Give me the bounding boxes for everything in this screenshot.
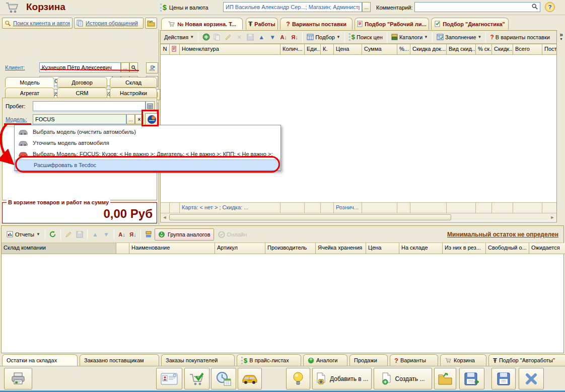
save-button[interactable] xyxy=(75,229,85,240)
column-header[interactable]: Наименование xyxy=(129,243,215,254)
up-button[interactable]: ▲ xyxy=(90,229,100,240)
edit-button[interactable] xyxy=(63,229,74,240)
save-close-button[interactable] xyxy=(459,368,484,389)
tab-contract[interactable]: Договор xyxy=(57,77,107,88)
column-header[interactable]: Склад компании xyxy=(2,243,116,254)
column-header[interactable]: Ожидается xyxy=(529,243,565,254)
actions-menu-button[interactable]: Действия▼ xyxy=(163,34,195,40)
comment-input[interactable] xyxy=(414,2,540,12)
organization-more-button[interactable]: ... xyxy=(362,2,371,12)
tab-ordered-suppliers[interactable]: Заказано поставщикам xyxy=(80,354,159,366)
podbor-menu-button[interactable]: Подбор▼ xyxy=(305,34,342,40)
tab-podbor-autoworks[interactable]: Ŧ Подбор "Автоработы" xyxy=(488,354,565,366)
column-header[interactable]: Еди... xyxy=(305,44,321,55)
tab-crm[interactable]: CRM xyxy=(57,88,107,98)
horizontal-scrollbar[interactable]: ◄ ► xyxy=(161,213,556,221)
hint-button[interactable] xyxy=(286,368,310,389)
column-header[interactable]: Постав... xyxy=(542,44,557,55)
column-header[interactable]: Цена xyxy=(334,44,362,55)
print-button[interactable] xyxy=(4,368,32,389)
sort-desc-button[interactable]: Я↓ xyxy=(128,229,138,240)
column-header[interactable]: На складе xyxy=(399,243,443,254)
layout-button[interactable] xyxy=(144,229,154,240)
lower-grid-body[interactable] xyxy=(2,254,563,353)
tab-stock-warehouses[interactable]: Остатки на складах xyxy=(2,354,78,366)
load-button[interactable] xyxy=(434,368,456,389)
comment-search-button[interactable] xyxy=(531,3,539,11)
model-label[interactable]: Модель: xyxy=(6,116,27,122)
tab-new-basket[interactable]: № Новая корзина. Т... xyxy=(161,18,243,30)
toolbar-overflow-button[interactable]: » ▼ xyxy=(558,32,564,41)
client-search-button[interactable] xyxy=(129,62,138,72)
prices-currency-button[interactable]: $ Цены и валюта xyxy=(157,2,211,13)
column-header[interactable]: Скидка док... xyxy=(410,44,447,55)
model-input[interactable] xyxy=(33,114,126,124)
tab-customer-orders[interactable]: Заказы покупателей xyxy=(161,354,235,366)
close-button[interactable] xyxy=(519,368,544,389)
add-to-button[interactable]: Добавить в ... xyxy=(312,368,372,389)
column-header[interactable]: Ячейка хранения xyxy=(316,243,366,254)
client-more-button[interactable]: ... xyxy=(121,62,129,72)
move-up-button[interactable]: ▲ xyxy=(256,32,266,42)
car-service-button[interactable] xyxy=(238,368,262,389)
model-more-button[interactable]: ... xyxy=(126,114,135,124)
tab-analogs[interactable]: Аналоги xyxy=(303,354,347,366)
scroll-right-arrow[interactable]: ► xyxy=(548,213,556,221)
checkout-cart-button[interactable] xyxy=(184,368,209,389)
column-header[interactable]: Свободный о... xyxy=(486,243,529,254)
column-header[interactable]: Сумма xyxy=(362,44,397,55)
column-header[interactable] xyxy=(116,243,129,254)
copy-row-button[interactable] xyxy=(212,32,222,42)
calculator-button[interactable] xyxy=(146,101,155,111)
save-big-button[interactable] xyxy=(491,368,516,389)
column-header[interactable]: Скидк... xyxy=(492,44,513,55)
menu-item-refine-model[interactable]: Уточнить модель автомобиля xyxy=(15,137,280,148)
sort-desc-button[interactable]: Я↓ xyxy=(290,32,300,42)
tab-aggregate[interactable]: Агрегат xyxy=(5,88,54,98)
sort-asc-button[interactable]: А↓ xyxy=(117,229,127,240)
column-header[interactable]: Всего xyxy=(513,44,542,55)
move-down-button[interactable]: ▼ xyxy=(267,32,277,42)
open-folder-button[interactable] xyxy=(145,18,157,29)
tab-price-lists[interactable]: $ В прайс-листах xyxy=(237,354,301,366)
client-label[interactable]: Клиент: xyxy=(5,64,25,70)
tab-podbor-diagnostics[interactable]: Подбор "Диагностика" xyxy=(431,18,509,30)
sort-asc-button[interactable]: А↓ xyxy=(278,32,289,42)
add-row-button[interactable] xyxy=(201,32,211,42)
reports-menu-button[interactable]: Отчеты▼ xyxy=(5,231,42,238)
catalogs-menu-button[interactable]: Каталоги▼ xyxy=(390,34,430,40)
tab-model[interactable]: Модель xyxy=(5,77,54,88)
tab-supply-variants[interactable]: ? Варианты поставки xyxy=(280,18,352,30)
client-card-button[interactable] xyxy=(146,62,158,73)
create-button[interactable]: Создать ... xyxy=(374,368,432,389)
scroll-left-arrow[interactable]: ◄ xyxy=(161,213,169,221)
to-variants-button[interactable]: ? В варианты поставки xyxy=(488,34,551,41)
organization-field[interactable] xyxy=(223,2,362,12)
save-row-button[interactable] xyxy=(245,32,255,42)
schedule-button[interactable] xyxy=(211,368,236,389)
scroll-thumb[interactable] xyxy=(169,214,451,220)
footer-retail[interactable]: Рознич... xyxy=(334,203,362,213)
tab-works[interactable]: Ŧ Работы xyxy=(246,18,278,30)
menu-item-select-model[interactable]: Выбрать модель (очистить автомобиль) xyxy=(15,126,280,137)
column-header[interactable]: Цена xyxy=(366,243,399,254)
column-header[interactable]: К. xyxy=(321,44,334,55)
tab-warehouse[interactable]: Склад xyxy=(110,77,157,88)
menu-item-select-model-focus[interactable]: Выбрать Модель: FOCUS; Кузов: < Не важно… xyxy=(15,148,280,160)
menu-item-decode-tecdoc[interactable]: Расшифровать в Tecdoc xyxy=(15,160,280,171)
tab-settings[interactable]: Настройки xyxy=(110,88,157,98)
analog-group-toggle[interactable]: Группа аналогов xyxy=(155,228,214,241)
history-button[interactable]: История обращений xyxy=(74,18,144,29)
column-header[interactable]: Вид скид... xyxy=(447,44,476,55)
column-header[interactable]: N xyxy=(161,44,170,55)
delete-row-button[interactable]: × xyxy=(234,32,244,42)
footer-card-discount[interactable]: Карта: < нет > ; Скидка: ... xyxy=(180,203,280,213)
client-input[interactable] xyxy=(39,62,121,72)
refresh-button[interactable] xyxy=(48,229,58,240)
min-stock-warning[interactable]: Минимальный остаток не определен xyxy=(447,231,558,238)
column-header[interactable]: Из них в рез... xyxy=(443,243,486,254)
fill-menu-button[interactable]: Заполнение▼ xyxy=(435,34,483,40)
price-search-button[interactable]: $ Поиск цен xyxy=(347,33,384,41)
tab-podbor-worksheet[interactable]: Подбор "Рабочий ли... xyxy=(355,18,429,30)
client-card-big-button[interactable] xyxy=(156,368,182,389)
